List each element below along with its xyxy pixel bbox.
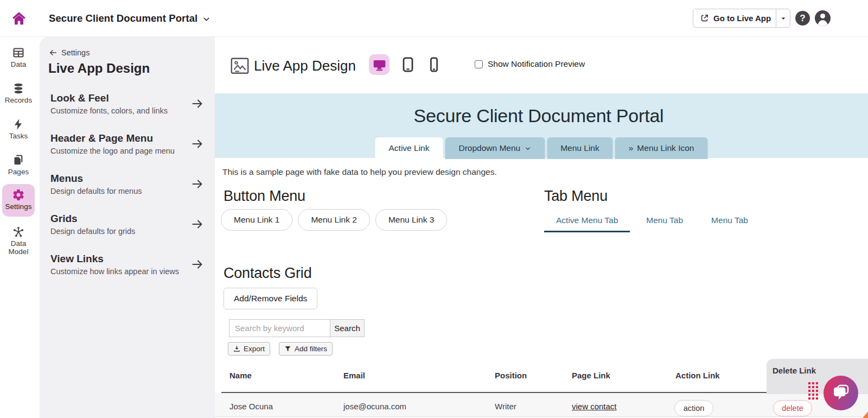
sidebar-item-settings[interactable]: Settings: [2, 184, 35, 217]
contacts-grid-heading: Contacts Grid: [224, 265, 311, 282]
chat-widget-button[interactable]: [824, 376, 858, 410]
search-input[interactable]: [229, 319, 330, 337]
panel-item-title: Header & Page Menu: [50, 132, 206, 145]
menu-tab-menu-link[interactable]: Menu Link: [547, 137, 613, 159]
sidebar-item-pages[interactable]: Pages: [2, 149, 35, 181]
button-menu: Menu Link 1 Menu Link 2 Menu Link 3: [221, 209, 447, 231]
export-button[interactable]: Export: [228, 342, 270, 356]
arrow-right-icon: [191, 137, 204, 150]
menu-tab-active-link[interactable]: Active Link: [375, 137, 443, 159]
grid-toolbar: Export Add filters: [228, 342, 333, 356]
sidebar-item-label: Pages: [8, 168, 29, 176]
panel-item-look-feel[interactable]: Look & Feel Customize fonts, colors, and…: [50, 92, 206, 116]
sidebar-item-label: Settings: [5, 203, 32, 211]
arrow-right-icon: [191, 258, 204, 271]
menu-tab-label: Dropdown Menu: [458, 143, 520, 153]
cell-name: Jose Ocuna: [229, 402, 273, 411]
panel-item-title: Grids: [50, 212, 206, 225]
tablet-icon: [399, 56, 417, 73]
menu-tab-label: Menu Link Icon: [637, 143, 694, 153]
search-button[interactable]: Search: [330, 319, 365, 337]
sidebar-item-label: Tasks: [9, 132, 28, 141]
left-sidebar: Data Records Tasks Pages Settings: [0, 37, 37, 418]
delete-link-button[interactable]: delete: [773, 400, 812, 416]
cell-email: jose@ocuna.com: [343, 402, 406, 411]
user-avatar[interactable]: [815, 10, 831, 26]
tab-active-menu-tab[interactable]: Active Menu Tab: [544, 213, 630, 232]
corner-accent: [863, 411, 868, 418]
column-header-action-link[interactable]: Action Link: [675, 371, 720, 380]
app-title-chevron-icon[interactable]: [202, 15, 211, 24]
tab-menu-tab-2[interactable]: Menu Tab: [699, 213, 760, 232]
avatar-head: [820, 14, 825, 18]
table-row: [215, 393, 868, 417]
sidebar-item-records[interactable]: Records: [2, 77, 35, 109]
sidebar-item-tasks[interactable]: Tasks: [2, 113, 35, 145]
menu-link-3-button[interactable]: Menu Link 3: [375, 209, 447, 231]
add-remove-fields-button[interactable]: Add/Remove Fields: [224, 288, 317, 309]
view-contact-link[interactable]: view contact: [572, 402, 617, 411]
external-link-icon: [700, 14, 709, 23]
panel-item-view-links[interactable]: View Links Customize how links appear in…: [50, 252, 206, 277]
panel-list: Look & Feel Customize fonts, colors, and…: [50, 92, 206, 293]
panel-item-menus[interactable]: Menus Design defaults for menus: [50, 172, 206, 197]
panel-item-title: View Links: [50, 252, 206, 265]
help-icon[interactable]: ?: [795, 11, 810, 26]
menu-link-2-button[interactable]: Menu Link 2: [298, 209, 369, 231]
phone-icon: [425, 56, 443, 73]
column-header-email[interactable]: Email: [343, 371, 365, 380]
chevron-down-icon: [524, 145, 531, 152]
panel-item-grids[interactable]: Grids Design defaults for grids: [50, 212, 206, 237]
main-area: Live App Design Show Notification Previe…: [215, 37, 868, 418]
go-to-live-app-main[interactable]: Go to Live App: [693, 9, 776, 27]
notification-preview-checkbox[interactable]: [475, 60, 483, 68]
back-to-settings-link[interactable]: Settings: [49, 48, 90, 57]
sidebar-item-data[interactable]: Data: [2, 41, 35, 73]
column-header-position[interactable]: Position: [495, 371, 527, 380]
go-to-live-app-label: Go to Live App: [713, 14, 771, 23]
column-header-name[interactable]: Name: [229, 371, 252, 380]
notification-preview-label: Show Notification Preview: [488, 59, 585, 69]
menu-tab-label: Active Link: [389, 143, 430, 153]
chat-bubble-icon: [831, 383, 851, 403]
sidebar-item-data-model[interactable]: Data Model: [2, 220, 35, 261]
panel-item-subtitle: Customize the logo and page menu: [50, 145, 206, 156]
home-icon[interactable]: [11, 10, 27, 27]
tab-menu-heading: Tab Menu: [544, 188, 608, 205]
tab-menu-tab-1[interactable]: Menu Tab: [634, 213, 695, 232]
app-title: Secure Client Document Portal: [49, 12, 197, 24]
gear-icon: [12, 188, 25, 201]
back-label: Settings: [61, 48, 90, 57]
menu-tab-menu-link-icon[interactable]: » Menu Link Icon: [615, 137, 708, 159]
settings-panel: Settings Live App Design Look & Feel Cus…: [40, 37, 215, 418]
sidebar-item-label: Data: [11, 61, 27, 69]
export-label: Export: [244, 345, 265, 353]
button-menu-heading: Button Menu: [224, 188, 305, 205]
device-toggle-phone[interactable]: [424, 54, 444, 75]
filter-icon: [284, 345, 291, 352]
pages-icon: [12, 154, 25, 167]
table-icon: [12, 46, 25, 59]
action-link-button[interactable]: action: [674, 400, 713, 416]
column-header-page-link[interactable]: Page Link: [572, 371, 610, 380]
device-toggle-tablet[interactable]: [398, 54, 418, 75]
panel-item-subtitle: Design defaults for menus: [50, 186, 206, 197]
panel-item-title: Menus: [50, 172, 206, 185]
lightning-icon: [12, 118, 25, 131]
panel-item-subtitle: Customize fonts, colors, and links: [50, 105, 206, 116]
menu-link-1-button[interactable]: Menu Link 1: [221, 209, 292, 231]
menu-tab-dropdown-menu[interactable]: Dropdown Menu: [445, 137, 545, 159]
arrow-right-icon: [191, 218, 204, 231]
sidebar-item-label: Records: [5, 97, 32, 105]
add-filters-button[interactable]: Add filters: [279, 342, 333, 356]
arrow-right-icon: [191, 97, 204, 110]
database-icon: [12, 82, 25, 95]
panel-item-header-page-menu[interactable]: Header & Page Menu Customize the logo an…: [50, 132, 206, 156]
drag-handle-icon[interactable]: [808, 382, 810, 384]
double-chevron-icon: »: [629, 143, 634, 153]
arrow-right-icon: [191, 178, 204, 191]
go-to-live-app-button[interactable]: Go to Live App: [693, 9, 790, 28]
device-toggle-desktop[interactable]: [369, 54, 390, 75]
go-to-live-app-dropdown[interactable]: [776, 9, 790, 27]
panel-title: Live App Design: [48, 61, 150, 76]
